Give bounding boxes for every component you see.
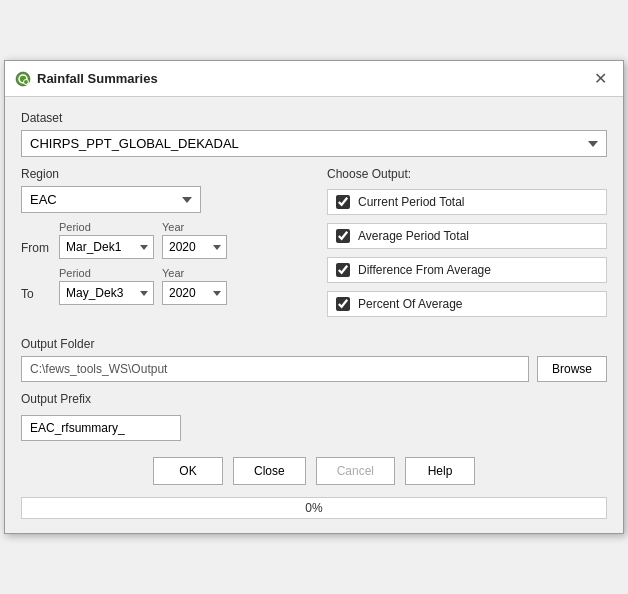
to-row: To Period May_Dek3 Year [21,267,301,305]
output-prefix-section: Output Prefix [21,392,607,441]
output-folder-input[interactable] [21,356,529,382]
checkbox-average-period-total-label: Average Period Total [358,229,469,243]
qgis-icon [15,71,31,87]
checkbox-difference-from-average-label: Difference From Average [358,263,491,277]
dataset-select[interactable]: CHIRPS_PPT_GLOBAL_DEKADAL [21,130,607,157]
to-year-select[interactable]: 2020 [162,281,227,305]
checkbox-percent-of-average: Percent Of Average [327,291,607,317]
close-button[interactable]: ✕ [588,67,613,90]
rainfall-summaries-dialog: Rainfall Summaries ✕ Dataset CHIRPS_PPT_… [4,60,624,534]
checkbox-difference-from-average: Difference From Average [327,257,607,283]
to-period-sublabel: Period [59,267,154,279]
to-year-group: Year 2020 [162,267,227,305]
checkbox-difference-from-average-input[interactable] [336,263,350,277]
from-period-sublabel: Period [59,221,154,233]
checkbox-current-period-total: Current Period Total [327,189,607,215]
to-period-year-selects: Period May_Dek3 Year 2020 [59,267,227,305]
button-row: OK Close Cancel Help [21,457,607,485]
region-output-row: Region EAC From Period Mar_Dek1 [21,167,607,325]
dialog-body: Dataset CHIRPS_PPT_GLOBAL_DEKADAL Region… [5,97,623,533]
progress-text: 0% [305,501,322,515]
region-select[interactable]: EAC [21,186,201,213]
choose-output-label: Choose Output: [327,167,607,181]
region-label: Region [21,167,301,181]
from-label: From [21,241,51,255]
dataset-section: Dataset CHIRPS_PPT_GLOBAL_DEKADAL [21,111,607,157]
output-prefix-input[interactable] [21,415,181,441]
output-prefix-label: Output Prefix [21,392,607,406]
dataset-label: Dataset [21,111,607,125]
from-period-year-selects: Period Mar_Dek1 Year 2020 [59,221,227,259]
from-period-select[interactable]: Mar_Dek1 [59,235,154,259]
to-label: To [21,287,51,301]
checkbox-percent-of-average-input[interactable] [336,297,350,311]
help-button[interactable]: Help [405,457,475,485]
cancel-button[interactable]: Cancel [316,457,395,485]
progress-bar-container: 0% [21,497,607,519]
left-col: Region EAC From Period Mar_Dek1 [21,167,301,325]
from-year-sublabel: Year [162,221,227,233]
checkbox-average-period-total-input[interactable] [336,229,350,243]
from-period-group: Period Mar_Dek1 [59,221,154,259]
checkbox-current-period-total-label: Current Period Total [358,195,465,209]
checkbox-average-period-total: Average Period Total [327,223,607,249]
title-bar-left: Rainfall Summaries [15,71,158,87]
to-period-group: Period May_Dek3 [59,267,154,305]
checkbox-current-period-total-input[interactable] [336,195,350,209]
to-period-select[interactable]: May_Dek3 [59,281,154,305]
svg-line-3 [28,83,30,85]
dialog-title: Rainfall Summaries [37,71,158,86]
title-bar: Rainfall Summaries ✕ [5,61,623,97]
checkbox-percent-of-average-label: Percent Of Average [358,297,463,311]
from-period-year: Period Mar_Dek1 Year 2020 [59,221,227,259]
right-col: Choose Output: Current Period Total Aver… [317,167,607,325]
output-folder-row: Browse [21,356,607,382]
from-year-group: Year 2020 [162,221,227,259]
ok-button[interactable]: OK [153,457,223,485]
from-row: From Period Mar_Dek1 Year [21,221,301,259]
output-folder-section: Output Folder Browse [21,337,607,382]
to-period-year: Period May_Dek3 Year 2020 [59,267,227,305]
output-folder-label: Output Folder [21,337,607,351]
browse-button[interactable]: Browse [537,356,607,382]
close-dialog-button[interactable]: Close [233,457,306,485]
from-year-select[interactable]: 2020 [162,235,227,259]
to-year-sublabel: Year [162,267,227,279]
